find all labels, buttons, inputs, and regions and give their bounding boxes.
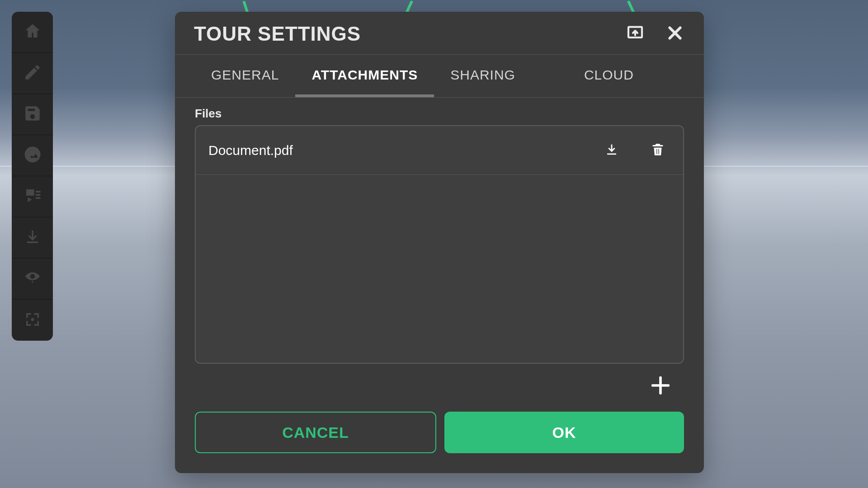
close-button[interactable] (665, 24, 685, 44)
tab-attachments[interactable]: ATTACHMENTS (295, 55, 434, 97)
close-icon (666, 24, 684, 44)
file-row[interactable]: Document.pdf (196, 126, 683, 175)
tab-spacer (532, 55, 568, 97)
export-icon (626, 24, 644, 44)
fullscreen-icon (23, 310, 42, 331)
tour-settings-dialog: TOUR SETTINGS GENERAL ATTACH (175, 12, 704, 473)
add-file-button[interactable] (647, 373, 674, 400)
tab-sharing[interactable]: SHARING (434, 55, 532, 97)
tool-view[interactable] (12, 258, 53, 300)
eye-move-icon (23, 268, 42, 289)
tab-general[interactable]: GENERAL (195, 55, 295, 97)
dialog-tabs: GENERAL ATTACHMENTS SHARING CLOUD (175, 55, 704, 98)
trash-icon (650, 142, 665, 159)
tool-import[interactable] (12, 217, 53, 258)
cancel-button[interactable]: CANCEL (195, 412, 436, 453)
import-icon (23, 227, 42, 248)
file-actions (603, 141, 670, 160)
add-file-row (195, 364, 684, 404)
tool-home[interactable] (12, 12, 53, 53)
tab-cloud[interactable]: CLOUD (568, 55, 650, 97)
dialog-footer: CANCEL OK (175, 406, 704, 473)
tool-media[interactable] (12, 176, 53, 217)
header-actions (625, 24, 685, 44)
delete-file-button[interactable] (649, 141, 667, 160)
tool-panorama[interactable] (12, 135, 53, 176)
files-list: Document.pdf (195, 125, 684, 364)
dialog-content: Files Document.pdf (175, 98, 704, 406)
ok-button[interactable]: OK (444, 412, 684, 453)
export-button[interactable] (625, 24, 645, 44)
dialog-title: TOUR SETTINGS (194, 23, 361, 45)
left-toolbar (12, 12, 53, 341)
svg-point-0 (31, 318, 34, 321)
download-icon (604, 142, 619, 159)
files-section-label: Files (195, 107, 684, 121)
tool-edit[interactable] (12, 53, 53, 94)
plus-icon (649, 374, 672, 399)
panorama-icon (23, 145, 42, 166)
tool-fullscreen[interactable] (12, 300, 53, 341)
save-icon (23, 104, 42, 125)
edit-icon (23, 63, 42, 84)
file-name: Document.pdf (208, 143, 293, 158)
download-file-button[interactable] (603, 141, 621, 160)
tool-save[interactable] (12, 94, 53, 135)
media-icon (23, 186, 42, 207)
home-icon (23, 22, 42, 42)
dialog-header: TOUR SETTINGS (175, 12, 704, 55)
